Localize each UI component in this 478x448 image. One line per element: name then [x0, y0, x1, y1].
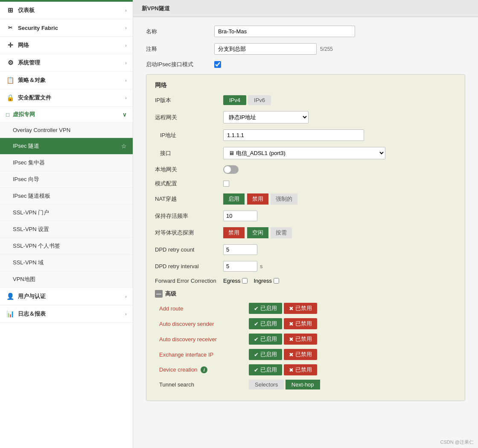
interface-select[interactable]: 🖥 电信_ADSL1 (port3): [223, 147, 385, 159]
fec-egress-checkbox[interactable]: [242, 278, 248, 284]
sidebar-item-policy[interactable]: 📋 策略＆对象 ›: [0, 72, 133, 89]
toggle-knob: [224, 166, 231, 173]
nat-row: NAT穿越 启用 禁用 强制的: [155, 193, 456, 205]
advanced-header[interactable]: — 高级: [155, 290, 456, 298]
page-title: 新VPN隧道: [133, 0, 478, 17]
sidebar-item-vpn-map[interactable]: VPN地图: [0, 271, 133, 288]
add-route-label: Add route: [159, 305, 249, 312]
sidebar-item-label: IPsec 集中器: [13, 159, 127, 167]
vpn-icon: □: [6, 111, 9, 118]
note-row: 注释 5/255: [146, 43, 465, 55]
sidebar-item-ipsec-wizard[interactable]: IPsec 向导: [0, 171, 133, 188]
name-label: 名称: [146, 28, 214, 35]
keepalive-input[interactable]: [223, 211, 257, 221]
auto-discovery-sender-row: Auto discovery sender ✔ 已启用 ✖ 已禁用: [155, 318, 456, 329]
sidebar-item-ssl-portal[interactable]: SSL-VPN 门户: [0, 205, 133, 221]
dpd-idle-button[interactable]: 空闲: [247, 227, 268, 238]
sidebar-item-vpn[interactable]: □ 虚拟专网 ∨: [0, 107, 133, 123]
tunnel-search-row: Tunnel search Selectors Next-hop: [155, 380, 456, 389]
device-creation-disable-button[interactable]: ✖ 已禁用: [284, 364, 317, 375]
arrow-icon: ›: [125, 43, 127, 48]
fec-ingress-checkbox[interactable]: [274, 278, 279, 284]
ip-address-input[interactable]: [223, 129, 364, 141]
local-gw-toggle[interactable]: [223, 165, 239, 174]
collapse-icon: —: [155, 290, 163, 298]
footer-credit: CSDN @迁果仁: [440, 439, 474, 445]
sidebar-item-label: 策略＆对象: [18, 76, 125, 84]
sidebar-item-log-report[interactable]: 📊 日志＆报表 ›: [0, 305, 133, 323]
dpd-disable-button[interactable]: 禁用: [223, 227, 245, 238]
note-input[interactable]: [214, 43, 317, 55]
dpd-retry-count-input[interactable]: [223, 244, 257, 255]
ipv6-button[interactable]: IPv6: [248, 95, 271, 105]
sidebar-item-label: VPN地图: [13, 275, 127, 283]
sidebar-item-network[interactable]: ✛ 网络 ›: [0, 37, 133, 54]
sidebar-item-security-profiles[interactable]: 🔒 安全配置文件 ›: [0, 89, 133, 107]
auto-discovery-receiver-enable-button[interactable]: ✔ 已启用: [249, 334, 282, 345]
ipsec-label: 启动IPsec接口模式: [146, 61, 214, 68]
sidebar-item-ipsec-tunnel[interactable]: IPsec 隧道 ☆: [0, 138, 133, 155]
tunnel-selectors-button[interactable]: Selectors: [249, 380, 284, 389]
sidebar-item-label: SSL-VPN 设置: [13, 225, 127, 233]
sidebar-item-dashboard[interactable]: ⊞ 仪表板 ›: [0, 2, 133, 19]
exchange-interface-ip-buttons: ✔ 已启用 ✖ 已禁用: [249, 349, 317, 360]
sidebar-item-security-fabric[interactable]: ✂ Security Fabric ›: [0, 19, 133, 37]
dpd-buttons: 禁用 空闲 按需: [223, 227, 293, 238]
sidebar-item-label: 网络: [18, 41, 125, 49]
arrow-icon: ›: [125, 25, 127, 30]
tunnel-nexthop-button[interactable]: Next-hop: [286, 380, 320, 389]
nat-enable-button[interactable]: 启用: [223, 193, 245, 205]
sidebar-item-ssl-personal[interactable]: SSL-VPN 个人书签: [0, 238, 133, 255]
remote-gw-label: 远程网关: [155, 114, 223, 121]
exchange-interface-ip-row: Exchange interface IP ✔ 已启用 ✖ 已禁用: [155, 349, 456, 360]
note-count: 5/255: [320, 46, 333, 52]
exchange-interface-ip-disable-button[interactable]: ✖ 已禁用: [284, 349, 317, 360]
name-input[interactable]: [214, 26, 355, 37]
sidebar-item-label: Security Fabric: [18, 25, 125, 31]
sidebar-item-user-auth[interactable]: 👤 用户与认证 ›: [0, 288, 133, 305]
ipv4-button[interactable]: IPv4: [223, 95, 246, 105]
sidebar-item-ipsec-hub[interactable]: IPsec 集中器: [0, 155, 133, 171]
auto-discovery-receiver-row: Auto discovery receiver ✔ 已启用 ✖ 已禁用: [155, 334, 456, 345]
star-icon: ☆: [121, 143, 127, 149]
dpd-demand-button[interactable]: 按需: [271, 227, 292, 238]
dpd-retry-interval-input[interactable]: [223, 261, 257, 272]
auto-discovery-receiver-disable-button[interactable]: ✖ 已禁用: [284, 334, 317, 345]
sidebar-item-system-admin[interactable]: ⚙ 系统管理 ›: [0, 54, 133, 72]
arrow-icon: ›: [125, 78, 127, 83]
ip-version-buttons: IPv4 IPv6: [223, 95, 271, 105]
add-route-enable-button[interactable]: ✔ 已启用: [249, 303, 282, 314]
add-route-buttons: ✔ 已启用 ✖ 已禁用: [249, 303, 317, 314]
ipsec-checkbox[interactable]: [214, 61, 221, 68]
sidebar-item-overlay-controller[interactable]: Overlay Controller VPN: [0, 123, 133, 138]
name-row: 名称: [146, 26, 465, 37]
arrow-icon: ∨: [122, 111, 127, 118]
main-area: 新VPN隧道 名称 注释 5/255 启动IPsec接口模式: [133, 0, 478, 448]
fec-ingress-item: Ingress: [254, 278, 279, 284]
network-section-title: 网络: [155, 82, 456, 89]
auto-discovery-sender-enable-button[interactable]: ✔ 已启用: [249, 318, 282, 329]
system-icon: ⚙: [6, 59, 15, 67]
dashboard-icon: ⊞: [6, 6, 15, 15]
device-creation-info-icon[interactable]: i: [201, 366, 207, 373]
device-creation-enable-button[interactable]: ✔ 已启用: [249, 364, 282, 375]
sidebar: ⊞ 仪表板 › ✂ Security Fabric › ✛ 网络 › ⚙ 系统管…: [0, 0, 133, 448]
fec-label: Forward Error Correction: [155, 278, 223, 284]
nat-disable-button[interactable]: 禁用: [247, 193, 268, 205]
user-icon: 👤: [6, 292, 15, 301]
auto-discovery-sender-disable-button[interactable]: ✖ 已禁用: [284, 318, 317, 329]
security-fabric-icon: ✂: [6, 23, 15, 32]
sidebar-item-label: SSL-VPN 门户: [13, 209, 127, 217]
sidebar-item-label: IPsec 隧道: [13, 142, 121, 150]
sidebar-item-ssl-domain[interactable]: SSL-VPN 域: [0, 255, 133, 271]
ip-address-row: IP地址: [155, 129, 456, 141]
auto-discovery-sender-buttons: ✔ 已启用 ✖ 已禁用: [249, 318, 317, 329]
dpd-label: 对等体状态探测: [155, 229, 223, 237]
sidebar-item-ssl-settings[interactable]: SSL-VPN 设置: [0, 221, 133, 238]
add-route-disable-button[interactable]: ✖ 已禁用: [284, 303, 317, 314]
nat-force-button[interactable]: 强制的: [271, 193, 297, 205]
remote-gw-select[interactable]: 静态IP地址: [223, 111, 309, 123]
mode-config-checkbox[interactable]: [223, 181, 229, 187]
exchange-interface-ip-enable-button[interactable]: ✔ 已启用: [249, 349, 282, 360]
sidebar-item-ipsec-template[interactable]: IPsec 隧道模板: [0, 188, 133, 205]
